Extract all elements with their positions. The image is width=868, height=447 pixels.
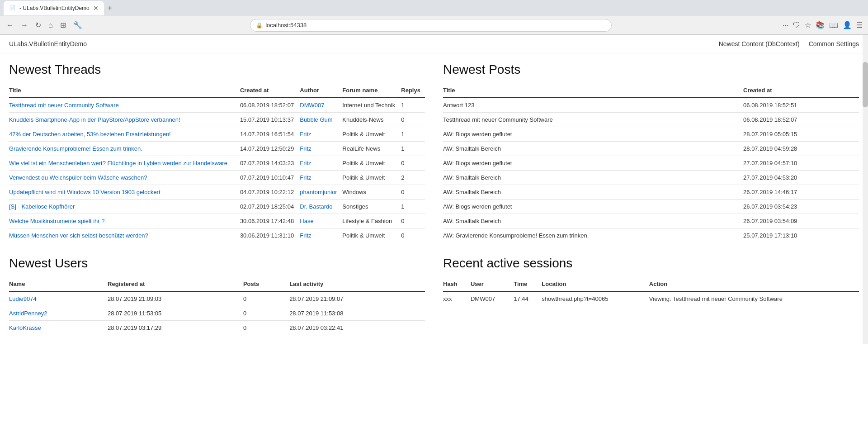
thread-title-link[interactable]: Updatepflicht wird mit Windows 10 Versio… xyxy=(9,189,160,195)
active-tab[interactable]: 📄 - ULabs.VBulletinEntityDemo ✕ xyxy=(4,1,104,15)
thread-forum: RealLife News xyxy=(342,142,401,156)
table-row: AstridPenney2 28.07.2019 11:53:05 0 28.0… xyxy=(9,306,425,321)
col-replys: Replys xyxy=(401,84,425,98)
newest-posts-section: Newest Posts Title Created at Antwort 12… xyxy=(443,62,859,243)
more-button[interactable]: ··· xyxy=(781,19,790,31)
post-created-at: 26.07.2019 03:54:09 xyxy=(743,214,859,228)
thread-author-link[interactable]: Fritz xyxy=(300,160,311,166)
star-icon[interactable]: ☆ xyxy=(803,19,813,31)
sessions-col-location: Location xyxy=(542,278,649,291)
posts-col-title: Title xyxy=(443,84,743,98)
thread-title-link[interactable]: Welche Musikinstrumente spielt ihr ? xyxy=(9,218,104,224)
users-col-registered: Registered at xyxy=(108,278,243,291)
post-created-at: 28.07.2019 04:59:28 xyxy=(743,142,859,156)
col-title: Title xyxy=(9,84,240,98)
thread-replys: 1 xyxy=(401,98,425,113)
newest-threads-section: Newest Threads Title Created at Author F… xyxy=(9,62,425,243)
address-bar[interactable]: 🔒 localhost:54338 xyxy=(250,19,612,32)
user-name-link[interactable]: KarloKrasse xyxy=(9,324,41,331)
post-created-at: 26.07.2019 03:54:23 xyxy=(743,200,859,214)
thread-replys: 0 xyxy=(401,113,425,127)
newest-users-section: Newest Users Name Registered at Posts La… xyxy=(9,256,425,335)
tab-close-button[interactable]: ✕ xyxy=(93,5,99,12)
table-row: Testthread mit neuer Community Software … xyxy=(443,113,859,127)
post-created-at: 28.07.2019 05:05:15 xyxy=(743,127,859,142)
threads-table-head: Title Created at Author Forum name Reply… xyxy=(9,84,425,98)
newest-users-title: Newest Users xyxy=(9,256,425,271)
thread-author-link[interactable]: Dr. Bastardo xyxy=(300,203,332,210)
table-row: Updatepflicht wird mit Windows 10 Versio… xyxy=(9,185,425,200)
newest-content-link[interactable]: Newest Content (DbContext) xyxy=(719,40,800,48)
table-row: AW: Blogs werden geflutet 26.07.2019 03:… xyxy=(443,200,859,214)
back-button[interactable]: ← xyxy=(4,19,16,31)
table-row: xxx DMW007 17:44 showthread.php?t=40065 … xyxy=(443,291,859,306)
user-name-link[interactable]: AstridPenney2 xyxy=(9,310,47,317)
refresh-button[interactable]: ↻ xyxy=(33,19,44,31)
thread-forum: Politik & Umwelt xyxy=(342,127,401,142)
nav-bar: ← → ↻ ⌂ ⊞ 🔧 🔒 localhost:54338 ··· 🛡 ☆ 📚 … xyxy=(0,16,868,34)
post-title: Testthread mit neuer Community Software xyxy=(443,113,743,127)
tools-button[interactable]: 🔧 xyxy=(71,19,85,31)
table-row: KarloKrasse 28.07.2019 03:17:29 0 28.07.… xyxy=(9,321,425,335)
extension-button[interactable]: ⊞ xyxy=(57,19,69,31)
thread-author-link[interactable]: Hase xyxy=(300,218,313,224)
app-title: ULabs.VBulletinEntityDemo xyxy=(9,40,87,48)
thread-title-link[interactable]: Testthread mit neuer Community Software xyxy=(9,102,119,109)
users-table-head: Name Registered at Posts Last activity xyxy=(9,278,425,291)
nav-icons: ··· 🛡 ☆ 📚 📖 👤 ☰ xyxy=(781,19,864,31)
scrollbar-track[interactable] xyxy=(863,35,868,344)
collection-icon[interactable]: 📚 xyxy=(814,19,826,31)
thread-author-link[interactable]: Fritz xyxy=(300,174,311,181)
post-created-at: 06.08.2019 18:52:51 xyxy=(743,98,859,113)
thread-author-link[interactable]: Fritz xyxy=(300,145,311,152)
newest-threads-title: Newest Threads xyxy=(9,62,425,77)
users-table-body: Ludie9074 28.07.2019 21:09:03 0 28.07.20… xyxy=(9,291,425,335)
thread-forum: Politik & Umwelt xyxy=(342,228,401,243)
thread-title-link[interactable]: Müssen Menschen vor sich selbst beschütz… xyxy=(9,232,148,239)
thread-title-link[interactable]: Wie viel ist ein Menschenleben wert? Flü… xyxy=(9,160,227,166)
person-icon[interactable]: 👤 xyxy=(841,19,854,31)
browser-chrome: 📄 - ULabs.VBulletinEntityDemo ✕ + ← → ↻ … xyxy=(0,0,868,35)
sessions-col-action: Action xyxy=(649,278,859,291)
col-forum: Forum name xyxy=(342,84,401,98)
user-posts: 0 xyxy=(243,291,289,306)
thread-created-at: 30.06.2019 11:31:10 xyxy=(240,228,300,243)
new-tab-button[interactable]: + xyxy=(106,4,114,13)
thread-title-link[interactable]: Knuddels Smartphone-App in der PlayStore… xyxy=(9,116,180,123)
thread-title-link[interactable]: Verwendest du Weichspüler beim Wäsche wa… xyxy=(9,174,147,181)
recent-sessions-title: Recent active sessions xyxy=(443,256,859,271)
user-posts: 0 xyxy=(243,321,289,335)
table-row: Wie viel ist ein Menschenleben wert? Flü… xyxy=(9,156,425,171)
session-hash: xxx xyxy=(443,291,471,306)
table-row: AW: Smalltalk Bereich 28.07.2019 04:59:2… xyxy=(443,142,859,156)
thread-title-link[interactable]: 47% der Deutschen arbeiten, 53% beziehen… xyxy=(9,131,171,138)
thread-author-link[interactable]: Fritz xyxy=(300,232,311,239)
thread-author-link[interactable]: Bubble Gum xyxy=(300,116,332,123)
threads-table-body: Testthread mit neuer Community Software … xyxy=(9,98,425,243)
scrollbar-thumb[interactable] xyxy=(863,62,868,107)
thread-replys: 0 xyxy=(401,156,425,171)
post-created-at: 26.07.2019 14:46:17 xyxy=(743,185,859,200)
thread-author-link[interactable]: DMW007 xyxy=(300,102,324,109)
thread-author-link[interactable]: Fritz xyxy=(300,131,311,138)
thread-title-link[interactable]: Gravierende Konsumprobleme! Essen zum tr… xyxy=(9,145,142,152)
common-settings-link[interactable]: Common Settings xyxy=(809,40,859,48)
shield-icon[interactable]: 🛡 xyxy=(791,19,802,31)
user-name-link[interactable]: Ludie9074 xyxy=(9,295,37,302)
table-row: Verwendest du Weichspüler beim Wäsche wa… xyxy=(9,171,425,185)
user-posts: 0 xyxy=(243,306,289,321)
home-button[interactable]: ⌂ xyxy=(46,19,56,31)
thread-forum: Sonstiges xyxy=(342,200,401,214)
table-row: AW: Smalltalk Bereich 26.07.2019 14:46:1… xyxy=(443,185,859,200)
forward-button[interactable]: → xyxy=(18,19,31,31)
thread-forum: Lifestyle & Fashion xyxy=(342,214,401,228)
posts-table-head: Title Created at xyxy=(443,84,859,98)
thread-replys: 1 xyxy=(401,142,425,156)
table-row: AW: Smalltalk Bereich 26.07.2019 03:54:0… xyxy=(443,214,859,228)
thread-title-link[interactable]: [S] - Kabellose Kopfhörer xyxy=(9,203,75,210)
thread-author-link[interactable]: phantomjunior xyxy=(300,189,337,195)
menu-icon[interactable]: ☰ xyxy=(854,19,864,31)
table-row: Knuddels Smartphone-App in der PlayStore… xyxy=(9,113,425,127)
reader-icon[interactable]: 📖 xyxy=(827,19,840,31)
page-content: Newest Threads Title Created at Author F… xyxy=(0,53,868,344)
